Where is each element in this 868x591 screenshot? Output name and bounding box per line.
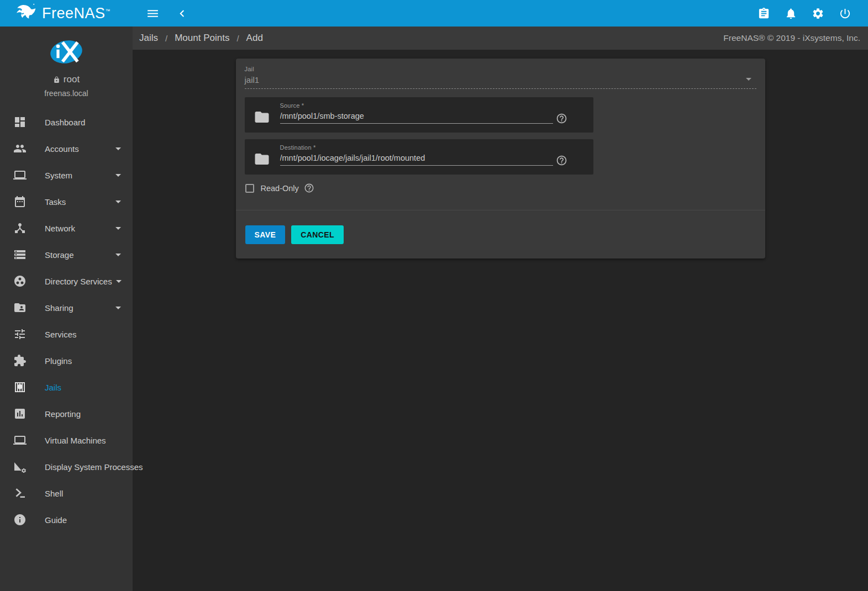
services-icon [13,328,27,341]
task-manager-icon[interactable] [757,7,770,20]
sidebar-item-guide[interactable]: Guide [0,506,133,533]
reporting-icon [13,407,27,420]
save-button[interactable]: SAVE [245,225,286,244]
breadcrumb-separator: / [236,34,239,43]
chevron-down-icon [112,301,125,314]
chevron-down-icon [112,248,125,261]
main-content: Jail jail1 Source * [133,50,868,591]
chevron-down-icon [112,221,125,235]
breadcrumb-separator: / [165,34,167,43]
shark-logo-icon [12,2,38,24]
notifications-icon[interactable] [785,7,797,20]
chevron-down-icon [112,168,125,182]
folder-icon [252,102,273,125]
chevron-down-icon [112,195,125,208]
jail-select-label: Jail [245,66,756,72]
ix-logo [49,39,83,65]
chevron-left-icon[interactable] [175,7,189,20]
chevron-down-icon [112,275,125,288]
dropdown-arrow-icon[interactable] [742,72,755,86]
jail-select-value[interactable]: jail1 [245,72,756,89]
sidebar-item-reporting[interactable]: Reporting [0,400,133,427]
lock-icon [53,76,60,83]
form-actions: SAVE CANCEL [236,210,765,258]
topbar: FreeNAS™ [0,0,868,27]
power-icon[interactable] [839,7,851,20]
sidebar-item-storage[interactable]: Storage [0,241,133,268]
breadcrumb-jails[interactable]: Jails [139,33,158,44]
folder-icon [252,144,273,167]
breadcrumb-add: Add [246,33,263,44]
accounts-icon [13,142,27,155]
tasks-icon [13,195,27,208]
read-only-label: Read-Only [261,184,299,193]
mount-point-form-card: Jail jail1 Source * [236,59,765,258]
sidebar-item-dashboard[interactable]: Dashboard [0,109,133,135]
brand-text: FreeNAS™ [42,6,111,21]
read-only-checkbox[interactable] [245,184,254,193]
source-input[interactable] [280,110,553,124]
sidebar-item-accounts[interactable]: Accounts [0,135,133,162]
sidebar-item-sharing[interactable]: Sharing [0,294,133,321]
menu-icon[interactable] [146,7,160,20]
storage-icon [13,248,27,261]
user-name: root [64,74,80,85]
chevron-down-icon [112,142,125,155]
sidebar-item-tasks[interactable]: Tasks [0,188,133,215]
sharing-icon [13,301,27,314]
system-icon [13,168,27,182]
sidebar-item-system[interactable]: System [0,162,133,188]
source-help-icon[interactable] [556,113,567,124]
jails-icon [13,381,27,394]
network-icon [13,221,27,235]
sidebar-item-jails[interactable]: Jails [0,374,133,400]
sidebar-item-network[interactable]: Network [0,215,133,241]
destination-help-icon[interactable] [556,155,567,166]
destination-input[interactable] [280,152,553,166]
plugins-icon [13,354,27,367]
jail-select[interactable]: Jail jail1 [245,66,756,89]
user-host: freenas.local [0,89,133,98]
settings-icon[interactable] [812,7,824,20]
read-only-row: Read-Only [245,183,756,193]
sidebar-item-display-system-processes[interactable]: Display System Processes [0,453,133,480]
cancel-button[interactable]: CANCEL [291,225,344,244]
source-field-group: Source * [245,97,593,133]
freenas-logo: FreeNAS™ [0,0,133,27]
sidebar-item-directory-services[interactable]: Directory Services [0,268,133,294]
sidebar-item-virtual-machines[interactable]: Virtual Machines [0,427,133,453]
directory-services-icon [13,275,27,288]
sidebar-item-services[interactable]: Services [0,321,133,347]
user-panel: root freenas.local [0,27,133,103]
breadcrumb: Jails / Mount Points / Add FreeNAS® © 20… [133,27,868,50]
virtual-machines-icon [13,434,27,447]
sidebar-item-shell[interactable]: Shell [0,480,133,506]
breadcrumb-mount-points[interactable]: Mount Points [175,33,229,44]
shell-icon [13,487,27,500]
display-system-processes-icon [13,460,27,473]
destination-field-label: Destination * [280,144,553,151]
sidebar: root freenas.local Dashboard Accounts Sy… [0,27,133,591]
destination-field-group: Destination * [245,139,593,175]
copyright-text: FreeNAS® © 2019 - iXsystems, Inc. [723,33,860,43]
guide-icon [13,513,27,526]
source-field-label: Source * [280,102,553,109]
dashboard-icon [13,115,27,129]
sidebar-item-plugins[interactable]: Plugins [0,347,133,374]
read-only-help-icon[interactable] [304,183,314,193]
